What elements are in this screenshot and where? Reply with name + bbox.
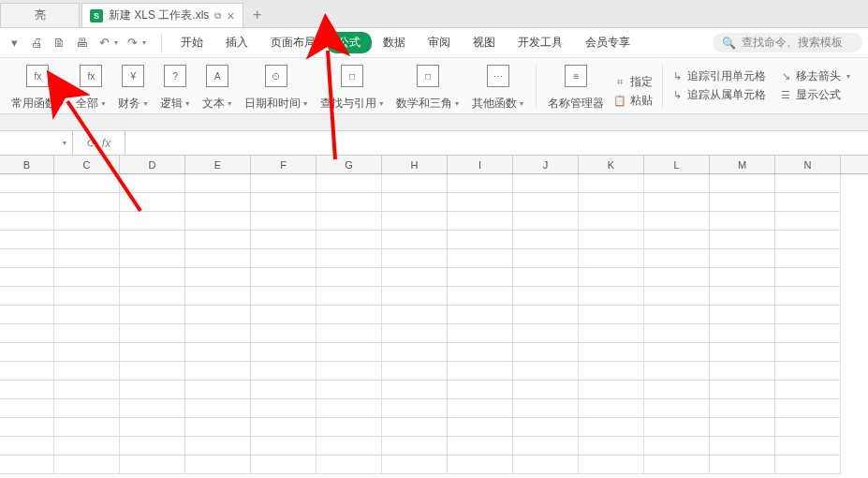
- remove-arrows-button[interactable]: ↘移去箭头▼: [779, 68, 851, 84]
- cell[interactable]: [448, 174, 513, 193]
- cell[interactable]: [579, 268, 644, 287]
- cell[interactable]: [382, 324, 448, 343]
- active-document-tab[interactable]: S 新建 XLS 工作表.xls ⧉ ×: [81, 3, 243, 27]
- cell[interactable]: [513, 456, 579, 474]
- datetime-functions-button[interactable]: ⏲ 日期和时间▼: [239, 63, 315, 112]
- cell[interactable]: [644, 287, 710, 306]
- cell[interactable]: [775, 193, 841, 212]
- cell[interactable]: [513, 231, 579, 249]
- cell[interactable]: [579, 249, 644, 268]
- cell[interactable]: [448, 399, 513, 418]
- cell[interactable]: [0, 268, 54, 287]
- cell[interactable]: [644, 437, 710, 456]
- fx-icon[interactable]: fx: [102, 137, 110, 150]
- cell[interactable]: [185, 324, 251, 343]
- redo-icon[interactable]: ↷: [124, 35, 140, 52]
- cell[interactable]: [579, 381, 644, 399]
- cell[interactable]: [120, 306, 185, 324]
- common-functions-button[interactable]: fx 常用函数▼: [6, 63, 70, 112]
- cell[interactable]: [710, 287, 775, 306]
- cell[interactable]: [120, 437, 185, 456]
- cell[interactable]: [120, 456, 185, 474]
- cell[interactable]: [316, 193, 382, 212]
- cell[interactable]: [120, 381, 185, 399]
- cell[interactable]: [710, 324, 775, 343]
- cell[interactable]: [775, 212, 841, 231]
- cell[interactable]: [120, 268, 185, 287]
- cell[interactable]: [513, 193, 579, 212]
- cell[interactable]: [579, 193, 644, 212]
- cell[interactable]: [775, 343, 841, 362]
- cell[interactable]: [644, 324, 710, 343]
- cell[interactable]: [448, 343, 513, 362]
- cell[interactable]: [513, 249, 579, 268]
- cell[interactable]: [316, 437, 382, 456]
- save-icon[interactable]: 🖨: [28, 35, 45, 52]
- cell[interactable]: [185, 418, 251, 437]
- cell[interactable]: [120, 362, 185, 381]
- cell[interactable]: [251, 249, 316, 268]
- lookup-functions-button[interactable]: □ 查找与引用▼: [315, 63, 390, 112]
- cell[interactable]: [251, 324, 316, 343]
- cell[interactable]: [513, 418, 579, 437]
- cell[interactable]: [579, 174, 644, 193]
- cell[interactable]: [710, 174, 775, 193]
- cell[interactable]: [185, 343, 251, 362]
- cell[interactable]: [0, 231, 54, 249]
- cell[interactable]: [579, 231, 644, 249]
- cell[interactable]: [644, 362, 710, 381]
- search-box[interactable]: 🔍 查找命令、搜索模板: [713, 33, 862, 52]
- cell[interactable]: [185, 249, 251, 268]
- column-header-D[interactable]: D: [120, 156, 185, 173]
- cell[interactable]: [54, 418, 120, 437]
- cell[interactable]: [710, 381, 775, 399]
- cell[interactable]: [644, 418, 710, 437]
- cell[interactable]: [54, 174, 120, 193]
- column-header-L[interactable]: L: [644, 156, 710, 173]
- cell[interactable]: [710, 249, 775, 268]
- cell[interactable]: [316, 249, 382, 268]
- cell[interactable]: [0, 362, 54, 381]
- cell[interactable]: [775, 268, 841, 287]
- cell[interactable]: [579, 324, 644, 343]
- cell[interactable]: [775, 437, 841, 456]
- cell[interactable]: [54, 362, 120, 381]
- cell[interactable]: [448, 249, 513, 268]
- column-header-G[interactable]: G: [316, 156, 382, 173]
- tab-view[interactable]: 视图: [462, 31, 507, 54]
- cell[interactable]: [185, 399, 251, 418]
- cell[interactable]: [448, 418, 513, 437]
- cell[interactable]: [382, 418, 448, 437]
- cell[interactable]: [579, 399, 644, 418]
- cell[interactable]: [775, 456, 841, 474]
- cell[interactable]: [644, 456, 710, 474]
- cell[interactable]: [185, 268, 251, 287]
- cell[interactable]: [579, 362, 644, 381]
- cell[interactable]: [448, 437, 513, 456]
- cell[interactable]: [0, 343, 54, 362]
- cell[interactable]: [185, 362, 251, 381]
- cell[interactable]: [579, 437, 644, 456]
- cell[interactable]: [644, 306, 710, 324]
- cell[interactable]: [316, 343, 382, 362]
- cell[interactable]: [775, 306, 841, 324]
- cell[interactable]: [251, 437, 316, 456]
- cell[interactable]: [513, 287, 579, 306]
- cell[interactable]: [644, 212, 710, 231]
- paste-name-button[interactable]: 📋粘贴: [613, 93, 653, 109]
- cell[interactable]: [644, 249, 710, 268]
- cell[interactable]: [185, 306, 251, 324]
- cell[interactable]: [185, 287, 251, 306]
- cell[interactable]: [120, 287, 185, 306]
- page-icon[interactable]: 🗎: [51, 35, 67, 52]
- cell[interactable]: [120, 418, 185, 437]
- cell[interactable]: [0, 437, 54, 456]
- cell[interactable]: [120, 231, 185, 249]
- cell[interactable]: [316, 418, 382, 437]
- cell[interactable]: [448, 362, 513, 381]
- cell[interactable]: [251, 306, 316, 324]
- cell[interactable]: [513, 381, 579, 399]
- column-header-I[interactable]: I: [448, 156, 513, 173]
- cell[interactable]: [0, 306, 54, 324]
- column-header-J[interactable]: J: [513, 156, 579, 173]
